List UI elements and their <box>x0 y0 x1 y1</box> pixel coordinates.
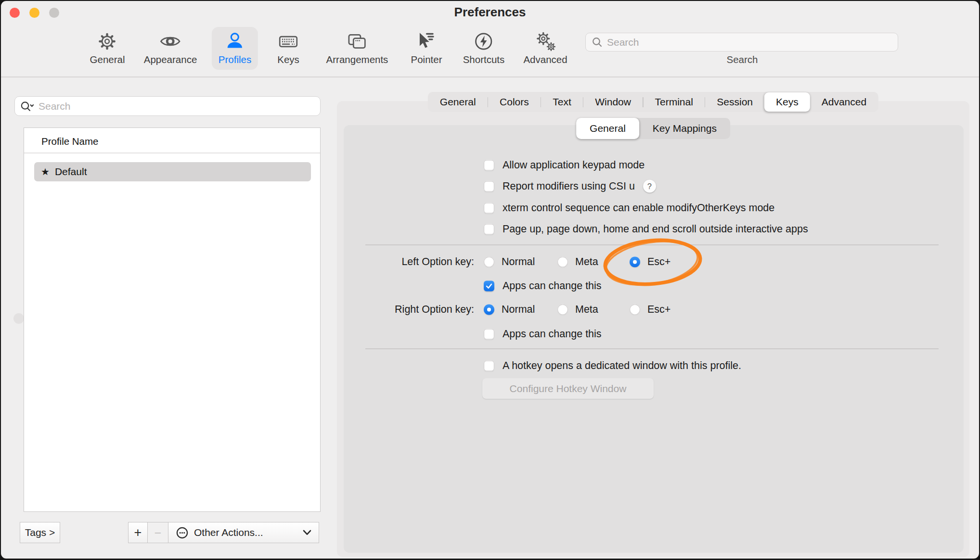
checkbox-row: xterm control sequence can enable modify… <box>484 202 774 214</box>
search-icon <box>592 37 603 48</box>
other-actions-dropdown[interactable]: Other Actions... <box>168 522 319 543</box>
toolbar-item-label: Advanced <box>523 54 567 65</box>
divider-handle-dot <box>13 313 24 324</box>
checkbox[interactable] <box>484 280 494 291</box>
checkbox[interactable] <box>484 224 494 234</box>
checkbox[interactable] <box>484 329 494 339</box>
radio-option: Normal <box>484 256 535 268</box>
checkbox[interactable] <box>484 160 494 170</box>
right-option-label: Right Option key: <box>344 304 474 316</box>
toolbar-item-arrangements[interactable]: Arrangements <box>320 27 395 70</box>
checkbox-row: Report modifiers using CSI u ? <box>484 180 656 193</box>
toolbar-item-label: General <box>90 54 125 65</box>
radio-button[interactable] <box>557 304 568 315</box>
radio-button[interactable] <box>630 304 640 315</box>
checkbox-row: Allow application keypad mode <box>484 159 645 171</box>
radio-label: Normal <box>502 304 535 316</box>
section-divider <box>365 244 939 245</box>
toolbar-search-label: Search <box>727 54 758 65</box>
toolbar-item-pointer[interactable]: Pointer <box>404 27 449 70</box>
checkbox[interactable] <box>484 181 494 191</box>
gears-icon <box>534 30 556 52</box>
toolbar-item-shortcuts[interactable]: Shortcuts <box>456 27 512 70</box>
toolbar-item-profiles[interactable]: Profiles <box>212 27 258 70</box>
radio-button[interactable] <box>630 256 640 267</box>
search-scope-icon <box>20 101 35 112</box>
toolbar-item-appearance[interactable]: Appearance <box>137 27 204 70</box>
help-button[interactable]: ? <box>643 180 656 193</box>
profile-name: Default <box>55 166 87 178</box>
preferences-window: Preferences General Appearance Profiles <box>1 1 979 559</box>
profile-list-panel: Profile Name ★ Default <box>24 127 321 512</box>
tab-keys[interactable]: Keys <box>764 92 810 112</box>
toolbar-item-label: Appearance <box>144 54 197 65</box>
tab-window[interactable]: Window <box>583 92 643 112</box>
tab-session[interactable]: Session <box>705 92 764 112</box>
toolbar-item-general[interactable]: General <box>83 27 132 70</box>
checkbox[interactable] <box>484 203 494 213</box>
toolbar-item-label: Profiles <box>219 54 251 65</box>
toolbar-search-field[interactable] <box>585 33 898 51</box>
profile-search-input[interactable] <box>39 101 315 112</box>
configure-hotkey-window-button: Configure Hotkey Window <box>482 378 654 399</box>
toolbar-item-advanced[interactable]: Advanced <box>516 27 574 70</box>
toolbar-divider <box>1 76 979 77</box>
profile-list-header: Profile Name <box>41 136 99 147</box>
keyboard-icon <box>277 30 299 52</box>
tab-advanced[interactable]: Advanced <box>810 92 878 112</box>
radio-dot <box>633 260 637 264</box>
checkbox-label: xterm control sequence can enable modify… <box>503 202 774 214</box>
toolbar-item-keys[interactable]: Keys <box>271 27 306 70</box>
keys-subtab-bar: General Key Mappings <box>576 118 730 139</box>
checkbox-row: Page up, page down, home and end scroll … <box>484 223 808 235</box>
checkbox-row: A hotkey opens a dedicated window with t… <box>484 360 741 372</box>
profile-search-field[interactable] <box>14 96 321 116</box>
radio-button[interactable] <box>484 256 494 267</box>
radio-button[interactable] <box>557 256 568 267</box>
radio-option: Esc+ <box>630 304 671 316</box>
gear-icon <box>96 30 118 52</box>
toolbar-item-label: Pointer <box>411 54 442 65</box>
checkbox-label: Page up, page down, home and end scroll … <box>503 223 808 235</box>
person-icon <box>224 30 246 52</box>
windows-icon <box>346 30 368 52</box>
remove-profile-button: − <box>147 522 169 543</box>
add-profile-button[interactable]: + <box>128 522 148 543</box>
checkbox-label: Report modifiers using CSI u <box>503 180 635 192</box>
section-divider <box>365 348 939 349</box>
bolt-circle-icon <box>473 30 495 52</box>
profile-tab-bar: General Colors Text Window Terminal Sess… <box>428 92 878 112</box>
checkbox[interactable] <box>484 360 494 371</box>
radio-option-esc: Esc+ <box>630 256 671 268</box>
tab-terminal[interactable]: Terminal <box>643 92 704 112</box>
checkbox-label: A hotkey opens a dedicated window with t… <box>503 360 741 372</box>
cursor-icon <box>415 30 438 52</box>
radio-dot <box>487 307 491 311</box>
toolbar-search-input[interactable] <box>607 37 892 48</box>
star-icon: ★ <box>41 167 50 177</box>
radio-label: Normal <box>502 256 535 268</box>
checkbox-label: Allow application keypad mode <box>503 159 645 171</box>
checkbox-label: Apps can change this <box>503 328 602 340</box>
tab-text[interactable]: Text <box>541 92 583 112</box>
radio-option: Normal <box>484 304 535 316</box>
tags-button[interactable]: Tags > <box>20 522 60 543</box>
checkbox-row: Apps can change this <box>484 328 602 340</box>
subtab-key-mappings[interactable]: Key Mappings <box>639 118 730 139</box>
radio-button[interactable] <box>484 304 494 315</box>
radio-option: Meta <box>557 256 598 268</box>
tab-colors[interactable]: Colors <box>488 92 541 112</box>
toolbar-item-label: Arrangements <box>326 54 388 65</box>
header-divider <box>24 153 320 153</box>
left-option-label: Left Option key: <box>344 256 474 268</box>
window-title: Preferences <box>1 5 979 20</box>
radio-option: Meta <box>557 304 598 316</box>
toolbar-item-label: Keys <box>277 54 299 65</box>
profile-row-default[interactable]: ★ Default <box>34 162 311 181</box>
check-icon <box>485 281 493 290</box>
radio-label: Esc+ <box>647 256 671 268</box>
subtab-general[interactable]: General <box>576 118 639 139</box>
tab-general[interactable]: General <box>428 92 488 112</box>
ellipsis-circle-icon <box>176 526 189 539</box>
chevron-down-icon <box>303 530 311 535</box>
